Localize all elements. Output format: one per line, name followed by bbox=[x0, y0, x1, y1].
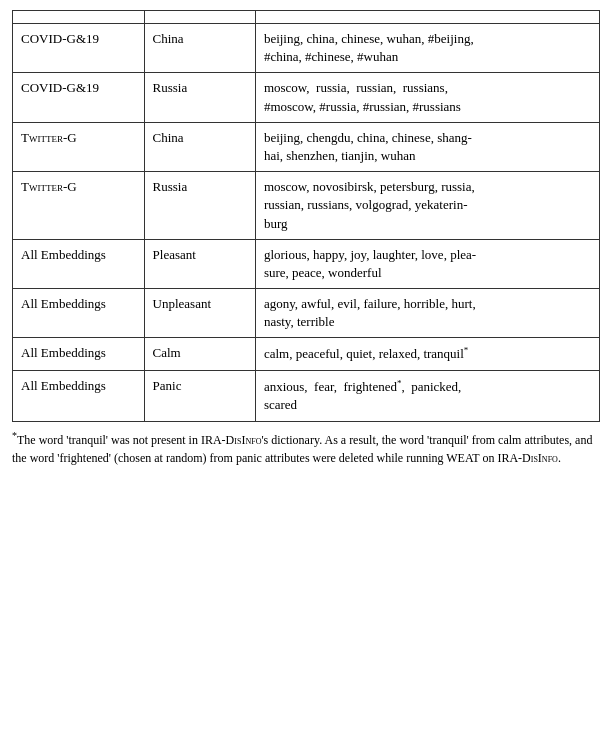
cell-wordset: calm, peaceful, quiet, relaxed, tranquil… bbox=[255, 338, 599, 371]
cell-topic: China bbox=[144, 24, 255, 73]
table-row: All EmbeddingsPanicanxious, fear, fright… bbox=[13, 370, 600, 421]
cell-embeddings: All Embeddings bbox=[13, 338, 145, 371]
cell-topic: Calm bbox=[144, 338, 255, 371]
cell-topic: Panic bbox=[144, 370, 255, 421]
table-row: All EmbeddingsUnpleasantagony, awful, ev… bbox=[13, 289, 600, 338]
cell-embeddings: COVID-G&19 bbox=[13, 24, 145, 73]
cell-embeddings: Twitter-G bbox=[13, 172, 145, 240]
main-table: COVID-G&19Chinabeijing, china, chinese, … bbox=[12, 10, 600, 422]
table-row: COVID-G&19Russiamoscow, russia, russian,… bbox=[13, 73, 600, 122]
cell-wordset: beijing, chengdu, china, chinese, shang-… bbox=[255, 122, 599, 171]
cell-embeddings: All Embeddings bbox=[13, 289, 145, 338]
table-row: Twitter-GRussiamoscow, novosibirsk, pete… bbox=[13, 172, 600, 240]
cell-topic: Unpleasant bbox=[144, 289, 255, 338]
cell-wordset: moscow, novosibirsk, petersburg, russia,… bbox=[255, 172, 599, 240]
cell-wordset: agony, awful, evil, failure, horrible, h… bbox=[255, 289, 599, 338]
table-row: COVID-G&19Chinabeijing, china, chinese, … bbox=[13, 24, 600, 73]
footnote-text: The word 'tranquil' was not present in I… bbox=[12, 433, 592, 465]
table-row: Twitter-GChinabeijing, chengdu, china, c… bbox=[13, 122, 600, 171]
cell-embeddings: Twitter-G bbox=[13, 122, 145, 171]
cell-topic: China bbox=[144, 122, 255, 171]
header-topic bbox=[144, 11, 255, 24]
cell-wordset: anxious, fear, frightened*, panicked,sca… bbox=[255, 370, 599, 421]
cell-embeddings: COVID-G&19 bbox=[13, 73, 145, 122]
header-embeddings bbox=[13, 11, 145, 24]
cell-topic: Russia bbox=[144, 172, 255, 240]
cell-wordset: glorious, happy, joy, laughter, love, pl… bbox=[255, 239, 599, 288]
cell-embeddings: All Embeddings bbox=[13, 370, 145, 421]
header-wordset bbox=[255, 11, 599, 24]
footnote: *The word 'tranquil' was not present in … bbox=[12, 428, 600, 467]
cell-topic: Russia bbox=[144, 73, 255, 122]
table-row: All EmbeddingsCalmcalm, peaceful, quiet,… bbox=[13, 338, 600, 371]
cell-wordset: moscow, russia, russian, russians,#mosco… bbox=[255, 73, 599, 122]
cell-wordset: beijing, china, chinese, wuhan, #beijing… bbox=[255, 24, 599, 73]
cell-embeddings: All Embeddings bbox=[13, 239, 145, 288]
cell-topic: Pleasant bbox=[144, 239, 255, 288]
table-row: All EmbeddingsPleasantglorious, happy, j… bbox=[13, 239, 600, 288]
